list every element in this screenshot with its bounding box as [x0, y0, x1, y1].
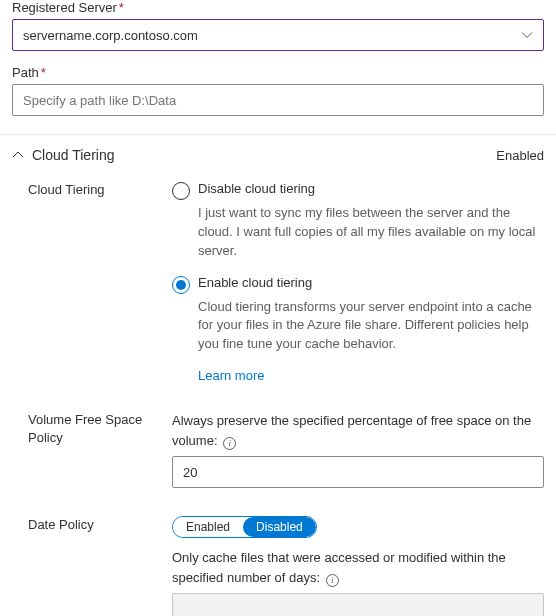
volume-policy-help: Always preserve the specified percentage…	[172, 411, 544, 450]
registered-server-select[interactable]: servername.corp.contoso.com	[12, 19, 544, 51]
info-icon[interactable]: i	[326, 574, 339, 587]
disable-cloud-tiering-radio[interactable]	[172, 182, 190, 200]
date-policy-toggle: Enabled Disabled	[172, 516, 317, 538]
enable-cloud-tiering-label[interactable]: Enable cloud tiering	[198, 275, 312, 290]
disable-cloud-tiering-label[interactable]: Disable cloud tiering	[198, 181, 315, 196]
section-status: Enabled	[496, 148, 544, 163]
registered-server-label: Registered Server*	[12, 0, 544, 15]
cloud-tiering-section-header[interactable]: Cloud Tiering Enabled	[12, 135, 544, 181]
date-policy-enabled-option[interactable]: Enabled	[173, 517, 243, 537]
info-icon[interactable]: i	[223, 437, 236, 450]
cloud-tiering-label: Cloud Tiering	[12, 181, 172, 383]
date-policy-input	[172, 593, 544, 616]
enable-cloud-tiering-radio[interactable]	[172, 276, 190, 294]
path-input[interactable]	[12, 84, 544, 116]
date-policy-disabled-option[interactable]: Disabled	[243, 517, 316, 537]
volume-policy-input[interactable]	[172, 456, 544, 488]
chevron-up-icon	[12, 149, 24, 161]
registered-server-value: servername.corp.contoso.com	[23, 28, 198, 43]
date-policy-label: Date Policy	[12, 516, 172, 616]
date-policy-help: Only cache files that were accessed or m…	[172, 548, 544, 587]
section-title: Cloud Tiering	[32, 147, 115, 163]
chevron-down-icon	[521, 29, 533, 41]
enable-cloud-tiering-desc: Cloud tiering transforms your server end…	[198, 298, 544, 355]
learn-more-link[interactable]: Learn more	[198, 368, 264, 383]
path-label: Path*	[12, 65, 544, 80]
disable-cloud-tiering-desc: I just want to sync my files between the…	[198, 204, 544, 261]
volume-policy-label: Volume Free Space Policy	[12, 411, 172, 488]
